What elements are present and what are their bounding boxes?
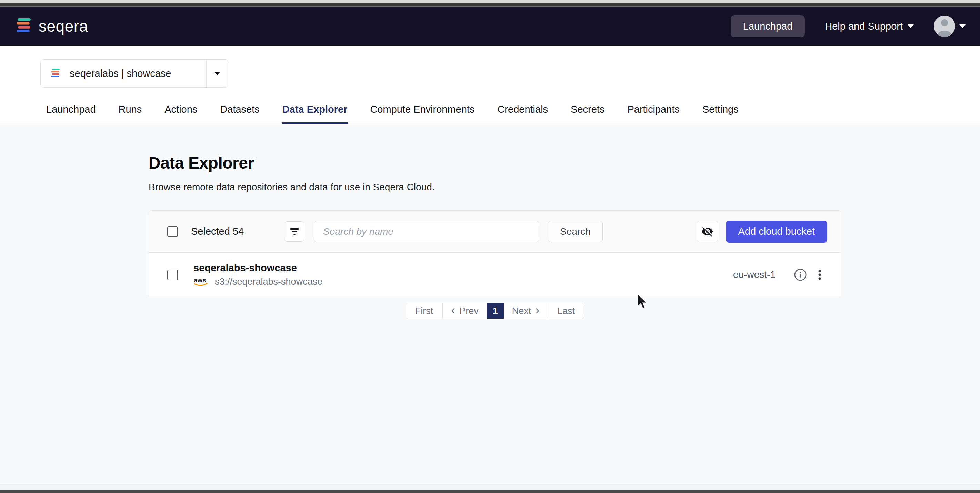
add-cloud-bucket-button[interactable]: Add cloud bucket xyxy=(726,221,827,243)
bucket-uri: s3://seqeralabs-showcase xyxy=(215,277,322,287)
seqera-home-link[interactable]: seqera xyxy=(15,17,88,35)
help-and-support-label: Help and Support xyxy=(825,21,903,32)
brand-wordmark: seqera xyxy=(39,17,88,35)
pagination-next-label: Next xyxy=(512,306,531,316)
browser-bottom-bar xyxy=(0,490,980,493)
filter-button[interactable] xyxy=(284,221,304,242)
tab-compute-environments[interactable]: Compute Environments xyxy=(369,104,475,124)
browser-top-strip xyxy=(0,0,980,3)
navbar-right: Launchpad Help and Support xyxy=(731,15,966,37)
search-button[interactable]: Search xyxy=(548,221,603,242)
pagination-first-button[interactable]: First xyxy=(406,304,443,318)
buckets-toolbar: Selected 54 Search Add cloud bucke xyxy=(149,210,842,253)
workspace-selector[interactable]: seqeralabs | showcase xyxy=(40,59,228,87)
selected-count-label: Selected 54 xyxy=(191,226,246,237)
bucket-actions-menu-button[interactable] xyxy=(810,265,829,285)
chevron-down-icon xyxy=(214,72,220,75)
pagination-next-button[interactable]: Next › xyxy=(504,304,548,318)
avatar xyxy=(934,16,955,37)
tab-runs[interactable]: Runs xyxy=(118,104,143,124)
workspace-logo-icon xyxy=(50,68,61,79)
main-content: Data Explorer Browse remote data reposit… xyxy=(0,124,980,484)
select-all-checkbox[interactable] xyxy=(167,226,178,237)
launchpad-button[interactable]: Launchpad xyxy=(731,15,805,37)
row-checkbox[interactable] xyxy=(167,270,178,280)
page-title: Data Explorer xyxy=(149,153,980,172)
bucket-info: seqeralabs-showcase aws s3://seqeralabs-… xyxy=(193,262,322,288)
seqera-cloud-app: seqera Launchpad Help and Support xyxy=(0,0,980,493)
chevron-down-icon xyxy=(908,24,914,28)
tab-credentials[interactable]: Credentials xyxy=(496,104,549,124)
tab-datasets[interactable]: Datasets xyxy=(219,104,260,124)
workspace-header: seqeralabs | showcase Launchpad Runs Act… xyxy=(0,46,980,124)
kebab-menu-icon xyxy=(813,268,827,281)
pagination-prev-label: Prev xyxy=(459,306,479,316)
table-row: seqeralabs-showcase aws s3://seqeralabs-… xyxy=(149,253,842,297)
info-icon xyxy=(793,267,808,282)
chevron-right-icon: › xyxy=(535,304,539,316)
chevron-down-icon xyxy=(959,24,966,28)
seqera-logo-icon xyxy=(15,17,32,35)
footer-strip xyxy=(0,484,980,490)
pagination-prev-button[interactable]: ‹ Prev xyxy=(443,304,487,318)
user-menu[interactable] xyxy=(934,16,966,37)
help-and-support-menu[interactable]: Help and Support xyxy=(825,21,914,32)
tab-settings[interactable]: Settings xyxy=(702,104,739,124)
tab-participants[interactable]: Participants xyxy=(627,104,680,124)
svg-text:aws: aws xyxy=(194,276,206,283)
filter-lines-icon xyxy=(289,226,300,237)
eye-off-icon xyxy=(702,226,713,237)
pagination-current-page: 1 xyxy=(487,304,504,318)
top-navbar: seqera Launchpad Help and Support xyxy=(0,7,980,46)
chevron-left-icon: ‹ xyxy=(451,304,455,316)
tab-actions[interactable]: Actions xyxy=(164,104,198,124)
browser-dark-strip xyxy=(0,3,980,7)
search-input[interactable] xyxy=(314,221,539,242)
hide-buckets-button[interactable] xyxy=(697,221,718,242)
tab-data-explorer[interactable]: Data Explorer xyxy=(282,104,348,124)
buckets-panel: Selected 54 Search Add cloud bucke xyxy=(149,210,842,297)
tab-launchpad[interactable]: Launchpad xyxy=(46,104,97,124)
aws-logo-icon: aws xyxy=(193,276,211,288)
workspace-dropdown-toggle[interactable] xyxy=(207,72,228,75)
pagination: First ‹ Prev 1 Next › Last xyxy=(406,303,585,319)
bucket-uri-line: aws s3://seqeralabs-showcase xyxy=(193,276,322,288)
bucket-details-button[interactable] xyxy=(791,265,810,285)
pagination-container: First ‹ Prev 1 Next › Last xyxy=(149,303,842,319)
workspace-name: seqeralabs | showcase xyxy=(70,68,171,79)
workspace-tabs: Launchpad Runs Actions Datasets Data Exp… xyxy=(46,104,739,124)
tab-secrets[interactable]: Secrets xyxy=(570,104,605,124)
bucket-name-link[interactable]: seqeralabs-showcase xyxy=(193,262,322,274)
pagination-last-button[interactable]: Last xyxy=(547,304,584,318)
page-subtitle: Browse remote data repositories and data… xyxy=(149,182,980,193)
bucket-region: eu-west-1 xyxy=(733,269,776,280)
